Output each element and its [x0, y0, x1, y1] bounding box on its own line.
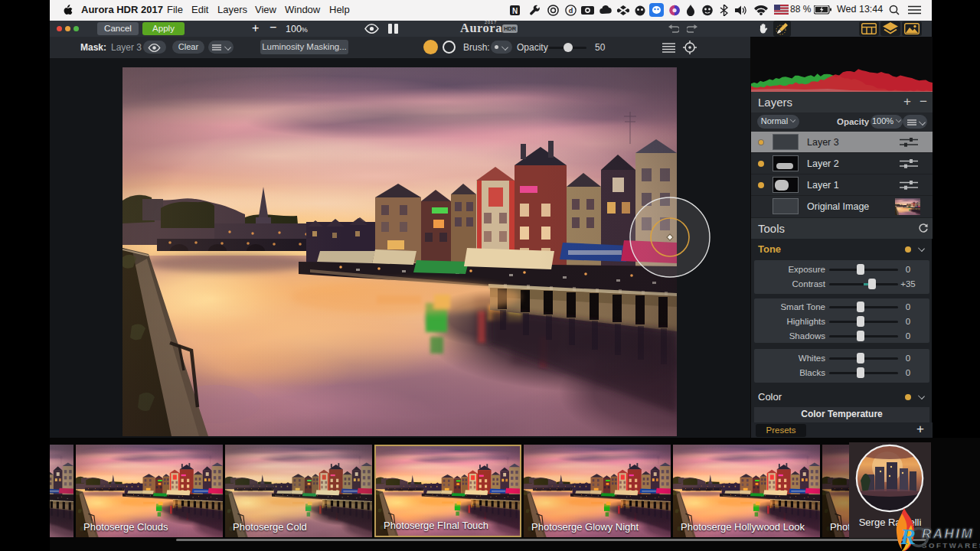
- svg-text:d: d: [569, 7, 573, 15]
- svg-text:N: N: [512, 7, 518, 15]
